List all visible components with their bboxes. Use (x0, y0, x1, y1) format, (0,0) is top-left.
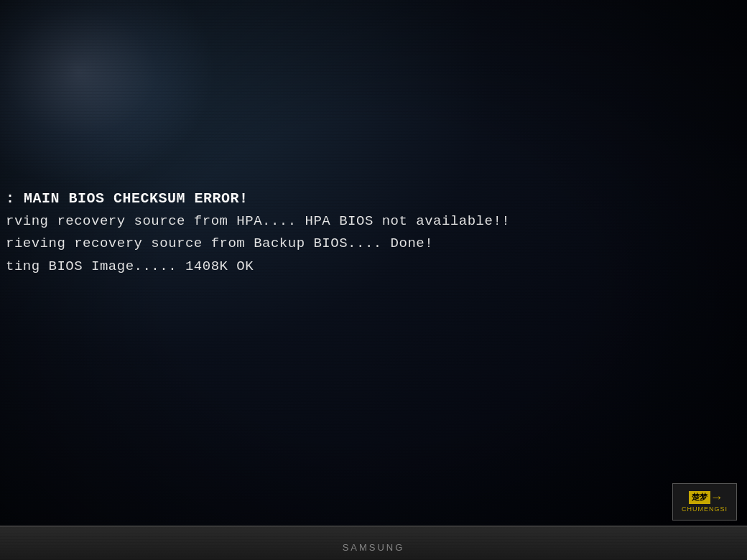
bios-line-backup: rieving recovery source from Backup BIOS… (6, 233, 747, 255)
watermark-arrow-icon: → (713, 491, 721, 504)
samsung-brand-label: SAMSUNG (343, 542, 405, 553)
vignette-overlay (0, 0, 747, 560)
bios-line-hpa: rving recovery source from HPA.... HPA B… (6, 210, 747, 233)
bios-line-image: ting BIOS Image..... 1408K OK (6, 256, 747, 278)
monitor-bezel: SAMSUNG (0, 526, 747, 560)
watermark-chinese-text: 楚梦 (689, 491, 710, 503)
bios-error-title: : MAIN BIOS CHECKSUM ERROR! (6, 187, 747, 210)
watermark-pinyin-label: CHUMENGSI (682, 505, 728, 513)
scanlines-overlay (0, 0, 747, 560)
bios-content-area: : MAIN BIOS CHECKSUM ERROR! rving recove… (0, 187, 747, 278)
bios-screen: : MAIN BIOS CHECKSUM ERROR! rving recove… (0, 0, 747, 560)
watermark-badge: 楚梦 → CHUMENGSI (672, 483, 737, 521)
watermark-top-row: 楚梦 → (689, 491, 721, 504)
screen-glow (0, 0, 215, 187)
